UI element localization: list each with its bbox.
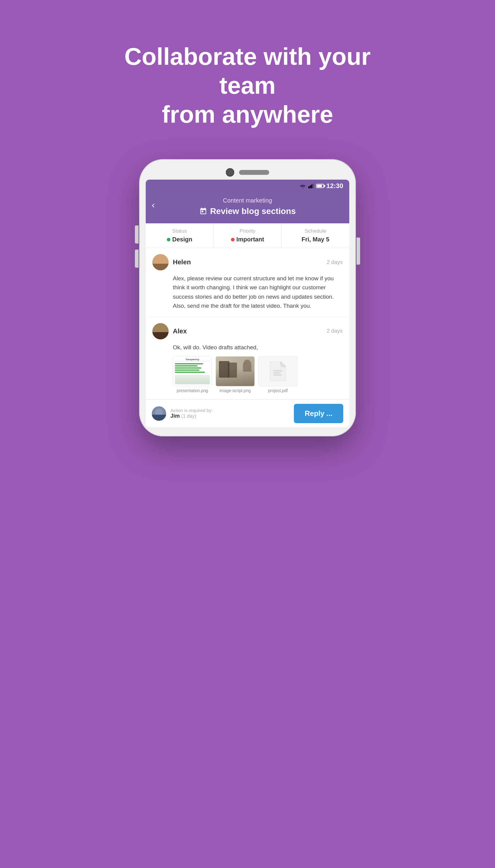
attachment-name-presentation: presentation.png [173, 388, 212, 393]
comment-header-alex: Alex 2 days [152, 323, 343, 339]
comment-alex: Alex 2 days Ok, will do. Video drafts at… [146, 317, 349, 399]
status-time: 12:30 [326, 182, 343, 190]
schedule-value: Fri, May 5 [285, 236, 346, 243]
phone-mockup: 12:30 ‹ Content marketing Review blog se… [139, 159, 356, 437]
attachment-name-pdf: project.pdf [258, 388, 297, 393]
priority-info: Priority Important [214, 223, 282, 248]
header-title: Review blog sections [153, 207, 342, 216]
phone-shell: 12:30 ‹ Content marketing Review blog se… [139, 159, 356, 437]
attachment-presentation[interactable]: Transparency presentation.png [173, 356, 212, 393]
calendar-icon [199, 207, 207, 215]
status-value: Design [149, 236, 210, 243]
signal-icon [308, 183, 314, 189]
phone-speaker [239, 170, 269, 175]
hero-section: Collaborate with your team from anywhere [112, 0, 383, 129]
svg-rect-5 [273, 373, 280, 373]
comments-section: Helen 2 days Alex, please review our cur… [146, 248, 349, 399]
status-dot [167, 238, 170, 241]
action-text: Action is required by: Jim (1 day) [170, 408, 290, 419]
svg-rect-2 [311, 185, 312, 189]
attachment-pdf[interactable]: project.pdf [258, 356, 297, 393]
comment-time-helen: 2 days [327, 259, 343, 265]
app-header: ‹ Content marketing Review blog sections [146, 192, 349, 223]
action-user: Jim (1 day) [170, 413, 290, 419]
attachment-thumb-presentation: Transparency [173, 356, 212, 387]
svg-rect-6 [273, 375, 282, 376]
avatar-alex [152, 323, 169, 339]
phone-screen: 12:30 ‹ Content marketing Review blog se… [146, 180, 349, 427]
header-subtitle: Content marketing [153, 197, 342, 204]
attachment-thumb-pdf [258, 356, 297, 387]
comment-name-helen: Helen [173, 258, 323, 266]
priority-value: Important [217, 236, 278, 243]
phone-camera [226, 168, 234, 177]
attachment-name-image: image-script.png [216, 388, 255, 393]
action-bar: Action is required by: Jim (1 day) Reply… [146, 399, 349, 427]
comment-header-helen: Helen 2 days [152, 254, 343, 271]
task-info-bar: Status Design Priority Important Schedul… [146, 223, 349, 248]
phone-top-bar [146, 168, 349, 177]
wifi-icon [299, 183, 306, 189]
back-button[interactable]: ‹ [152, 200, 155, 210]
avatar-helen [152, 254, 169, 271]
schedule-info: Schedule Fri, May 5 [281, 223, 349, 248]
status-icons: 12:30 [299, 182, 343, 190]
battery-icon [316, 184, 324, 188]
attachments: Transparency presentation.png [173, 356, 343, 393]
action-label: Action is required by: [170, 408, 290, 413]
priority-dot [231, 238, 235, 241]
comment-text-helen: Alex, please review our current structur… [173, 274, 343, 311]
svg-rect-4 [273, 371, 283, 371]
comment-time-alex: 2 days [327, 328, 343, 334]
svg-rect-3 [312, 184, 313, 189]
comment-text-alex: Ok, will do. Video drafts attached, [173, 343, 343, 352]
avatar-jim [152, 406, 166, 421]
status-info: Status Design [146, 223, 214, 248]
comment-helen: Helen 2 days Alex, please review our cur… [146, 248, 349, 317]
hero-title: Collaborate with your team from anywhere [112, 42, 383, 129]
svg-rect-1 [309, 185, 311, 189]
pdf-file-icon [270, 361, 286, 381]
status-bar: 12:30 [146, 180, 349, 192]
comment-name-alex: Alex [173, 327, 323, 335]
attachment-thumb-image [216, 356, 255, 387]
attachment-image[interactable]: image-script.png [216, 356, 255, 393]
reply-button[interactable]: Reply ... [294, 404, 343, 423]
svg-rect-0 [308, 186, 309, 189]
